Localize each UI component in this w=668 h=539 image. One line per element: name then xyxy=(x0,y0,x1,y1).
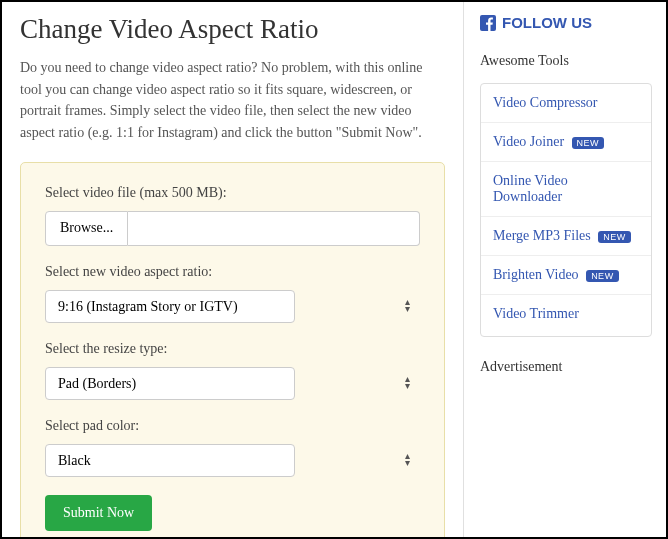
intro-text: Do you need to change video aspect ratio… xyxy=(20,57,445,144)
color-select[interactable]: Black xyxy=(45,444,295,477)
browse-button[interactable]: Browse... xyxy=(45,211,128,246)
tool-item[interactable]: Brighten Video NEW xyxy=(481,256,651,295)
new-badge: NEW xyxy=(586,270,619,282)
main-content: Change Video Aspect Ratio Do you need to… xyxy=(2,2,464,537)
tool-item[interactable]: Video Compressor xyxy=(481,84,651,123)
tool-item[interactable]: Video Joiner NEW xyxy=(481,123,651,162)
color-label: Select pad color: xyxy=(45,418,420,434)
follow-us-link[interactable]: FOLLOW US xyxy=(480,14,652,31)
resize-label: Select the resize type: xyxy=(45,341,420,357)
resize-select[interactable]: Pad (Borders) xyxy=(45,367,295,400)
chevron-updown-icon xyxy=(405,297,410,314)
submit-button[interactable]: Submit Now xyxy=(45,495,152,531)
form-box: Select video file (max 500 MB): Browse..… xyxy=(20,162,445,537)
file-label: Select video file (max 500 MB): xyxy=(45,185,420,201)
tool-item[interactable]: Video Trimmer xyxy=(481,295,651,333)
page-title: Change Video Aspect Ratio xyxy=(20,14,445,45)
aspect-label: Select new video aspect ratio: xyxy=(45,264,420,280)
file-name-field[interactable] xyxy=(128,211,420,246)
aspect-select[interactable]: 9:16 (Instagram Story or IGTV) xyxy=(45,290,295,323)
tool-item[interactable]: Online Video Downloader xyxy=(481,162,651,217)
new-badge: NEW xyxy=(598,231,631,243)
follow-label: FOLLOW US xyxy=(502,14,592,31)
ad-title: Advertisement xyxy=(480,359,652,375)
tools-list: Video CompressorVideo Joiner NEWOnline V… xyxy=(480,83,652,337)
chevron-updown-icon xyxy=(405,374,410,391)
tools-title: Awesome Tools xyxy=(480,53,652,69)
facebook-icon xyxy=(480,15,496,31)
file-input-row: Browse... xyxy=(45,211,420,246)
new-badge: NEW xyxy=(572,137,605,149)
tool-item[interactable]: Merge MP3 Files NEW xyxy=(481,217,651,256)
tools-scroll[interactable]: Video CompressorVideo Joiner NEWOnline V… xyxy=(481,84,651,336)
chevron-updown-icon xyxy=(405,451,410,468)
sidebar: FOLLOW US Awesome Tools Video Compressor… xyxy=(464,2,666,537)
